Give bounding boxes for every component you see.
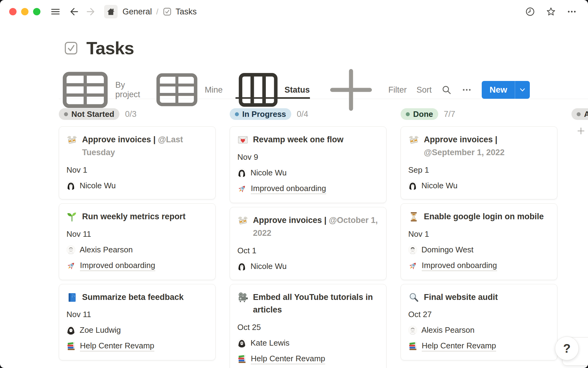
status-pill[interactable]: Done [401,108,438,120]
favorite-button[interactable] [546,6,556,17]
view-options-button[interactable] [462,85,472,95]
task-card[interactable]: Final website auditOct 27Alexis PearsonH… [401,284,557,361]
task-card[interactable]: Approve invoices | @Last TuesdayNov 1Nic… [59,126,216,199]
avatar-nicole-wu [237,168,246,177]
love-letter-icon [237,134,248,145]
card-date: Nov 9 [237,152,379,162]
blue-book-icon [66,292,77,303]
topbar-actions [525,6,579,17]
project-row: Help Center Revamp [66,341,208,351]
sort-button[interactable]: Sort [417,85,432,95]
traffic-light-minimize[interactable] [21,8,28,15]
card-title: Final website audit [424,291,498,304]
filter-button[interactable]: Filter [388,85,407,95]
back-button[interactable] [69,6,79,17]
card-title-row: Approve invoices | @Last Tuesday [66,133,208,159]
task-card[interactable]: Embed all YouTube tutorials in articlesO… [230,284,386,368]
star-icon [546,6,556,17]
status-dot-icon [406,112,410,116]
column-header: In Progress0/4 [230,108,386,120]
new-button[interactable]: New [482,81,515,99]
card-title-text: Approve invoices | [253,216,326,225]
home-icon [106,7,115,16]
column-count: 0/3 [125,109,137,119]
card-title: Run weekly metrics report [82,210,186,223]
project-link[interactable]: Help Center Revamp [422,341,496,351]
project-link[interactable]: Help Center Revamp [251,354,325,364]
breadcrumb-page[interactable]: Tasks [175,7,197,17]
cards-list: Approve invoices | @September 1, 2022Sep… [401,126,557,360]
tab-mine[interactable]: Mine [153,81,223,99]
avatar-kate-lewis [237,339,246,347]
card-title-text: Approve invoices | [82,135,156,144]
tab-by-project[interactable]: By project [59,81,140,99]
topbar: General / Tasks [0,0,588,23]
assignee-name: Nicole Wu [251,262,287,271]
help-button[interactable]: ? [555,336,579,360]
card-date: Oct 27 [408,310,550,319]
card-title-row: Enable google login on mobile [408,210,550,223]
card-title-text: Run weekly metrics report [82,212,186,221]
projector-icon [237,292,248,303]
task-card[interactable]: Revamp week one flowNov 9Nicole WuImprov… [230,126,386,203]
tab-label: Mine [205,85,223,95]
assignee-name: Zoe Ludwig [80,325,121,335]
traffic-light-zoom[interactable] [33,8,40,15]
assignee-name: Nicole Wu [251,168,287,178]
forward-button[interactable] [86,6,96,17]
seedling-icon [66,211,77,222]
task-card[interactable]: Summarize beta feedbackNov 11Zoe LudwigH… [59,284,216,361]
add-card-button[interactable] [576,126,586,136]
task-card[interactable]: Run weekly metrics reportNov 11Alexis Pe… [59,203,216,280]
ellipsis-icon [567,6,577,17]
assignee-row: Domingo West [408,245,550,255]
assignee-name: Alexis Pearson [80,245,133,255]
back-arrow-icon [69,6,79,17]
home-button[interactable] [104,5,118,18]
books-icon [408,342,417,351]
plus-icon [576,126,586,136]
search-icon [441,85,452,95]
task-card[interactable]: Approve invoices | @October 1, 2022Oct 1… [230,207,386,280]
board-column-done: Done7/7Approve invoices | @September 1, … [401,108,557,368]
status-pill[interactable]: Not Started [59,108,119,120]
checkbox-icon[interactable] [64,41,78,56]
project-link[interactable]: Help Center Revamp [80,341,154,351]
assignee-row: Nicole Wu [408,181,550,190]
column-count: 0/4 [297,109,308,119]
project-link[interactable]: Improved onboarding [422,261,497,271]
assignee-name: Kate Lewis [251,338,289,348]
new-dropdown-button[interactable] [515,81,530,99]
project-link[interactable]: Improved onboarding [251,184,326,194]
board-column-not-started: Not Started0/3Approve invoices | @Last T… [59,108,216,368]
add-view-button[interactable] [323,81,379,99]
tab-status[interactable]: Status [236,81,310,99]
card-title: Summarize beta feedback [82,291,184,304]
card-title-text: Summarize beta feedback [82,293,184,302]
status-pill[interactable]: In Progress [230,108,291,120]
card-date: Oct 25 [237,323,379,332]
task-card[interactable]: Approve invoices | @September 1, 2022Sep… [401,126,557,199]
card-mention: @September 1, 2022 [424,148,504,157]
search-button[interactable] [441,85,452,95]
clock-icon [525,6,535,17]
project-link[interactable]: Improved onboarding [80,261,155,271]
menu-button[interactable] [50,6,61,17]
hamburger-icon [50,6,61,17]
card-title-row: Final website audit [408,291,550,304]
status-dot-icon [64,112,68,116]
assignee-name: Domingo West [421,245,473,255]
status-dot-icon [235,112,239,116]
card-title: Approve invoices | @Last Tuesday [82,133,208,159]
history-button[interactable] [525,6,535,17]
traffic-light-close[interactable] [9,8,17,15]
assignee-name: Nicole Wu [421,181,458,190]
card-title-row: Revamp week one flow [237,133,379,146]
status-pill[interactable]: A [571,108,588,120]
question-icon: ? [563,342,571,355]
assignee-row: Nicole Wu [237,168,379,178]
more-button[interactable] [567,6,577,17]
breadcrumb-root[interactable]: General [123,7,152,17]
task-card[interactable]: Enable google login on mobileNov 1Doming… [401,203,557,280]
column-header: A [571,108,588,120]
